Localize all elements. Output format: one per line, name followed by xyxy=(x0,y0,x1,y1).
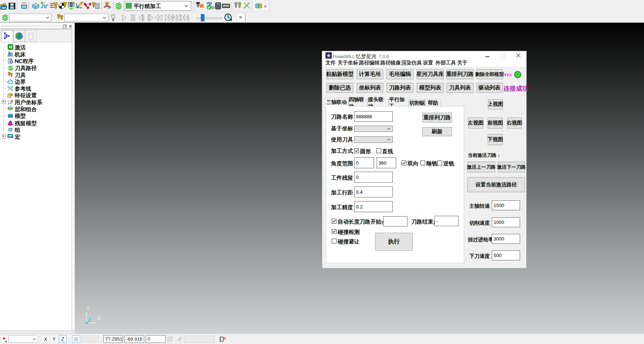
svg-text:Z: Z xyxy=(88,317,91,323)
svg-text:Z: Z xyxy=(167,340,168,342)
svg-text:Y: Y xyxy=(86,306,90,312)
svg-text:X: X xyxy=(97,316,101,321)
